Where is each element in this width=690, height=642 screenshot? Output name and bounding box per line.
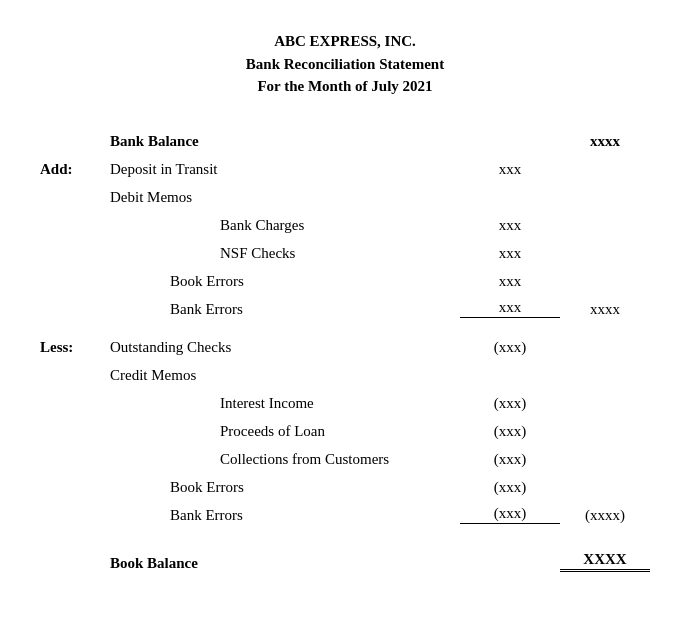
bank-charges-amount: xxx [460, 217, 560, 234]
add-label: Add: [40, 161, 110, 178]
add-bank-errors-total: xxxx [560, 301, 650, 318]
proceeds-of-loan-amount: (xxx) [460, 423, 560, 440]
add-book-errors-amount: xxx [460, 273, 560, 290]
credit-memos-desc: Credit Memos [110, 367, 460, 384]
add-deposit-in-transit-row: Add: Deposit in Transit xxx [40, 154, 650, 178]
less-book-errors-amount: (xxx) [460, 479, 560, 496]
company-name: ABC EXPRESS, INC. [40, 30, 650, 53]
outstanding-checks-amount: (xxx) [460, 339, 560, 356]
less-bank-errors-row: Bank Errors (xxx) (xxxx) [40, 500, 650, 524]
credit-memos-row: Credit Memos [40, 360, 650, 384]
add-book-errors-desc: Book Errors [110, 273, 460, 290]
add-bank-errors-desc: Bank Errors [110, 301, 460, 318]
bank-balance-desc: Bank Balance [110, 133, 460, 150]
outstanding-checks-desc: Outstanding Checks [110, 339, 460, 356]
collections-from-customers-row: Collections from Customers (xxx) [40, 444, 650, 468]
collections-desc: Collections from Customers [110, 451, 460, 468]
proceeds-of-loan-row: Proceeds of Loan (xxx) [40, 416, 650, 440]
interest-income-amount: (xxx) [460, 395, 560, 412]
add-book-errors-row: Book Errors xxx [40, 266, 650, 290]
debit-memos-row: Debit Memos [40, 182, 650, 206]
bank-charges-row: Bank Charges xxx [40, 210, 650, 234]
bank-balance-row: Bank Balance xxxx [40, 126, 650, 150]
add-bank-errors-amount: xxx [460, 299, 560, 318]
less-book-errors-desc: Book Errors [110, 479, 460, 496]
nsf-checks-desc: NSF Checks [110, 245, 460, 262]
collections-amount: (xxx) [460, 451, 560, 468]
bank-charges-desc: Bank Charges [110, 217, 460, 234]
less-label: Less: [40, 339, 110, 356]
proceeds-of-loan-desc: Proceeds of Loan [110, 423, 460, 440]
document-title: Bank Reconciliation Statement [40, 53, 650, 76]
interest-income-row: Interest Income (xxx) [40, 388, 650, 412]
less-bank-errors-total: (xxxx) [560, 507, 650, 524]
less-bank-errors-amount: (xxx) [460, 505, 560, 524]
document-period: For the Month of July 2021 [40, 75, 650, 98]
add-bank-errors-row: Bank Errors xxx xxxx [40, 294, 650, 318]
deposit-in-transit-amount: xxx [460, 161, 560, 178]
nsf-checks-row: NSF Checks xxx [40, 238, 650, 262]
interest-income-desc: Interest Income [110, 395, 460, 412]
document-header: ABC EXPRESS, INC. Bank Reconciliation St… [40, 30, 650, 98]
nsf-checks-amount: xxx [460, 245, 560, 262]
book-balance-desc: Book Balance [110, 555, 460, 572]
less-bank-errors-desc: Bank Errors [110, 507, 460, 524]
reconciliation-table: Bank Balance xxxx Add: Deposit in Transi… [40, 126, 650, 572]
less-book-errors-row: Book Errors (xxx) [40, 472, 650, 496]
book-balance-row: Book Balance XXXX [40, 548, 650, 572]
deposit-in-transit-desc: Deposit in Transit [110, 161, 460, 178]
less-outstanding-checks-row: Less: Outstanding Checks (xxx) [40, 332, 650, 356]
bank-balance-total: xxxx [560, 133, 650, 150]
debit-memos-desc: Debit Memos [110, 189, 460, 206]
book-balance-total: XXXX [560, 551, 650, 572]
